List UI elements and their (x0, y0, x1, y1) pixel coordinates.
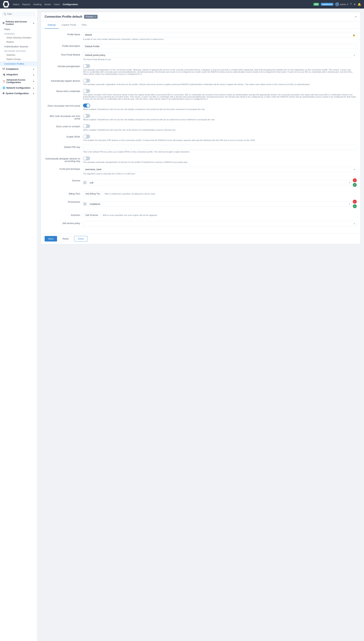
label-self-service-policy: Self service policy (44, 221, 80, 225)
help-icon[interactable]: ? (350, 3, 352, 6)
label-profile-name: Profile Name (44, 32, 80, 36)
select-root-portal-module[interactable]: Default portal policy (83, 53, 357, 58)
select-provisioner-1[interactable]: mobileiron (88, 201, 352, 206)
nav-status[interactable]: Status (13, 2, 19, 7)
sidebar-filter-input[interactable] (2, 12, 35, 16)
toggle-dot1x-unset-on-unmatch[interactable] (83, 124, 90, 128)
section-policies-chevron: ▲ (32, 22, 35, 24)
provisioners-num-1: 1 (83, 202, 87, 206)
sidebar-section-system-config[interactable]: ⚙ System Configuration ▲ (0, 91, 37, 96)
input-profile-description[interactable] (83, 44, 357, 49)
row-provisioners: Provisioners 1 mobileiron ▾ (44, 200, 357, 209)
hint-root-portal-module: The Root Portal Module to use. (83, 58, 357, 61)
tools-icon[interactable]: ✕ (354, 3, 356, 6)
control-billing-tiers: Add Billing Tier With no billing tiers s… (83, 191, 357, 196)
sidebar-item-active-directory[interactable]: Active Directory Domains (0, 36, 37, 40)
preview-label: Preview (86, 16, 94, 18)
label-vlan-pool-technique: VLAN pool technique (44, 167, 80, 170)
select-self-service-policy[interactable] (83, 221, 357, 226)
clone-button[interactable]: Clone (74, 236, 88, 242)
topnav-right: API dashboard 👤 admin ▾ ? ✕ 🔔 (313, 2, 361, 6)
hint-vlan-pool-technique: The algorithm used to calculate the VLAN… (83, 173, 357, 175)
section-integration-icon: 🔌 (2, 73, 5, 76)
control-activate-preregistration: This activates preregistration on the co… (83, 64, 357, 75)
sidebar-section-policies[interactable]: ☰ Policies and Access Control ▲ (0, 19, 37, 27)
sidebar-section-compliance[interactable]: 🛡 Compliance ▲ (0, 66, 37, 72)
add-scanner-button[interactable]: Add Scanner (83, 213, 100, 218)
bell-icon[interactable]: 🔔 (358, 3, 361, 6)
badge-api[interactable]: API (313, 3, 319, 6)
tab-captive-portal[interactable]: Captive Portal (59, 21, 79, 29)
remove-provisioner-1-button[interactable]: − (353, 200, 357, 203)
panel-footer: Save Reset Clone (41, 233, 360, 244)
admin-chevron-icon: ▾ (347, 3, 348, 6)
control-mac-auth-recompute-role: When enabled, PacketFence will not use t… (83, 114, 357, 121)
toggle-auto-register-devices[interactable] (83, 79, 90, 83)
row-activate-preregistration: Activate preregistration This activates … (44, 64, 357, 75)
add-billing-tier-button[interactable]: Add Billing Tier (83, 191, 102, 196)
preview-button[interactable]: Preview ↗ (84, 15, 98, 19)
admin-label: admin (340, 3, 346, 6)
sidebar-item-connection-profiles[interactable]: Connection Profiles (0, 61, 37, 66)
sidebar-section-advanced-access[interactable]: 📋 Advanced Access Configuration ▲ (0, 77, 37, 85)
row-sources: Sources 1 null ▾ (44, 178, 357, 188)
save-button[interactable]: Save (44, 236, 57, 242)
hint-profile-name: A profile id can only contain alphanumer… (83, 38, 357, 40)
badge-dashboard[interactable]: dashboard (321, 3, 333, 6)
section-compliance-chevron: ▲ (32, 68, 35, 70)
nav-nodes[interactable]: Nodes (44, 2, 51, 7)
sidebar-group-domains: Domains (0, 32, 37, 36)
label-enable-dpsk: Enable DPSK (44, 135, 80, 138)
row-vlan-pool-technique: VLAN pool technique username_hash ▾ The … (44, 167, 357, 175)
toggle-reuse-dot1x-credentials[interactable] (83, 89, 90, 93)
control-profile-name: 🔒 A profile id can only contain alphanum… (83, 32, 357, 40)
sidebar-item-auth-sources[interactable]: Authentication Sources (0, 44, 37, 49)
input-default-psk-key[interactable] (83, 145, 357, 150)
label-profile-description: Profile Description (44, 44, 80, 47)
sidebar-item-roles[interactable]: Roles (0, 27, 37, 32)
toggle-activate-preregistration[interactable] (83, 64, 90, 68)
section-advanced-label: Advanced Access Configuration (6, 79, 32, 84)
lock-icon: 🔒 (352, 34, 355, 36)
sidebar-item-switch-groups[interactable]: Switch Groups (0, 57, 37, 61)
hint-auto-register-devices: This activates automatic registration of… (83, 83, 357, 85)
row-dot1x-unset-on-unmatch: Dot1x unset on unmatch When enabled, Pac… (44, 124, 357, 131)
control-sources: 1 null ▾ − + (83, 178, 357, 188)
section-system-icon: ⚙ (2, 92, 4, 95)
sidebar-section-integration[interactable]: 🔌 Integration ▲ (0, 72, 37, 77)
section-policies-icon: ☰ (2, 22, 4, 24)
select-source-1[interactable]: null (88, 180, 352, 185)
sources-row-1: 1 null ▾ − + (83, 178, 357, 187)
remove-source-1-button[interactable]: − (353, 178, 357, 182)
tab-settings[interactable]: Settings (44, 21, 59, 29)
topnav: Status Reports Auditing Nodes Users Conf… (0, 0, 364, 9)
admin-menu[interactable]: 👤 admin ▾ (335, 2, 348, 6)
reset-button[interactable]: Reset (59, 236, 72, 242)
sidebar-section-network-config[interactable]: 🌐 Network Configuration ▲ (0, 85, 37, 91)
hint-dot1x-unset-on-unmatch: When enabled, PacketFence will unset the… (83, 129, 357, 131)
toggle-dot1x-recompute-role[interactable] (83, 104, 90, 107)
nav-users[interactable]: Users (54, 2, 60, 7)
hint-billing-tiers: With no billing tiers specified, all bil… (104, 193, 156, 195)
add-provisioner-button[interactable]: + (353, 204, 357, 208)
input-profile-name[interactable] (83, 32, 357, 37)
nav-auditing[interactable]: Auditing (33, 2, 42, 7)
nav-configuration[interactable]: Configuration (63, 2, 78, 7)
section-system-chevron: ▲ (32, 92, 35, 95)
hint-default-psk-key: This is the default PSK key when you ena… (83, 151, 357, 153)
toggle-mac-auth-recompute-role[interactable] (83, 114, 90, 118)
select-vlan-pool-technique[interactable]: username_hash (83, 167, 357, 172)
hint-enable-dpsk: This enables the Dynamic PSK feature on … (83, 139, 357, 141)
sidebar-item-switches[interactable]: Switches (0, 53, 37, 57)
row-default-psk-key: Default PSK key This is the default PSK … (44, 145, 357, 153)
toggle-auto-deregister[interactable] (83, 156, 90, 160)
nav-reports[interactable]: Reports (22, 2, 30, 7)
sidebar-item-realms[interactable]: Realms (0, 40, 37, 44)
section-policies-label: Policies and Access Control (6, 21, 32, 26)
close-button[interactable]: × (355, 15, 357, 18)
tab-files[interactable]: Files (79, 21, 90, 29)
label-scanners: Scanners (44, 213, 80, 217)
hint-reuse-dot1x-credentials: This option emulates SSO when someone ne… (83, 94, 357, 100)
add-source-button[interactable]: + (353, 183, 357, 187)
toggle-enable-dpsk[interactable] (83, 135, 90, 138)
